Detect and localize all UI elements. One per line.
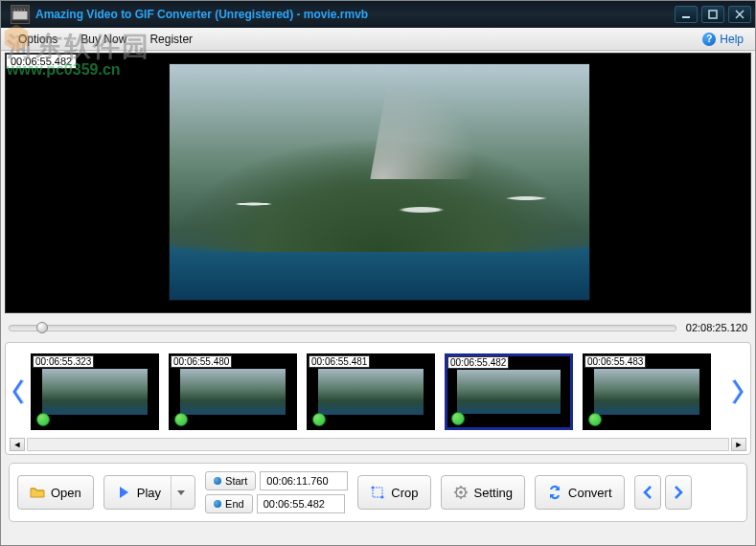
thumbnail-strip: 00:06:55.32300:06:55.48000:06:55.48100:0… bbox=[5, 342, 751, 455]
thumbnail-timestamp: 00:06:55.483 bbox=[584, 355, 646, 368]
svg-line-19 bbox=[456, 488, 458, 489]
seek-thumb[interactable] bbox=[36, 322, 48, 333]
menu-buy-now[interactable]: Buy Now bbox=[69, 33, 138, 46]
svg-point-11 bbox=[372, 487, 375, 489]
check-icon bbox=[174, 413, 188, 426]
crop-button[interactable]: Crop bbox=[357, 475, 430, 510]
menu-register[interactable]: Register bbox=[138, 33, 204, 46]
next-button[interactable] bbox=[665, 475, 692, 510]
duration-label: 02:08:25.120 bbox=[686, 322, 747, 333]
clock-icon bbox=[214, 477, 221, 485]
convert-button[interactable]: Convert bbox=[535, 475, 625, 510]
close-button[interactable] bbox=[728, 6, 751, 23]
crop-label: Crop bbox=[391, 486, 418, 500]
folder-icon bbox=[30, 485, 45, 500]
maximize-button[interactable] bbox=[701, 6, 724, 23]
gear-icon bbox=[453, 485, 469, 500]
svg-point-12 bbox=[381, 496, 384, 499]
video-preview: 00:06:55.482 bbox=[5, 53, 751, 313]
svg-point-14 bbox=[459, 490, 463, 494]
thumbs-scrollbar[interactable]: ◄ ► bbox=[10, 437, 746, 452]
crop-icon bbox=[370, 485, 385, 500]
thumbnail-timestamp: 00:06:55.482 bbox=[447, 356, 509, 369]
range-group: Start 00:06:11.760 End 00:06:55.482 bbox=[205, 471, 348, 513]
play-dropdown-button[interactable] bbox=[171, 476, 191, 509]
thumbnail-timestamp: 00:06:55.481 bbox=[309, 355, 370, 368]
check-icon bbox=[451, 412, 465, 425]
seek-bar: 02:08:25.120 bbox=[9, 317, 747, 338]
start-button[interactable]: Start bbox=[205, 471, 256, 490]
check-icon bbox=[36, 413, 50, 426]
thumbnail[interactable]: 00:06:55.480 bbox=[169, 353, 297, 430]
start-time-field[interactable]: 00:06:11.760 bbox=[260, 471, 348, 490]
check-icon bbox=[588, 413, 602, 426]
thumbnail[interactable]: 00:06:55.483 bbox=[583, 353, 711, 430]
video-frame bbox=[169, 63, 590, 301]
play-button[interactable]: Play bbox=[103, 475, 195, 510]
titlebar: Amazing Video to GIF Converter (Unregist… bbox=[1, 1, 755, 28]
svg-line-22 bbox=[464, 488, 466, 489]
thumbnail[interactable]: 00:06:55.481 bbox=[307, 353, 435, 430]
setting-label: Setting bbox=[474, 486, 513, 500]
thumbs-next-button[interactable] bbox=[729, 363, 746, 421]
convert-icon bbox=[547, 485, 562, 500]
bottom-toolbar: Open Play Start 00:06:11.760 End 00:06:5… bbox=[9, 463, 747, 522]
preview-timecode: 00:06:55.482 bbox=[6, 54, 77, 69]
end-time-field[interactable]: 00:06:55.482 bbox=[257, 494, 345, 513]
menu-help-label: Help bbox=[720, 33, 744, 46]
end-button[interactable]: End bbox=[205, 494, 253, 513]
minimize-button[interactable] bbox=[675, 6, 698, 23]
app-icon bbox=[11, 5, 30, 24]
menu-options[interactable]: Options bbox=[7, 33, 69, 46]
play-label: Play bbox=[137, 486, 161, 500]
svg-line-21 bbox=[456, 496, 458, 498]
open-label: Open bbox=[51, 486, 81, 500]
scroll-right-button[interactable]: ► bbox=[731, 438, 746, 451]
thumbnail-timestamp: 00:06:55.323 bbox=[33, 355, 94, 368]
setting-button[interactable]: Setting bbox=[441, 475, 525, 510]
clock-icon bbox=[214, 500, 221, 508]
thumbnail-timestamp: 00:06:55.480 bbox=[171, 355, 232, 368]
seek-track[interactable] bbox=[9, 325, 676, 331]
convert-label: Convert bbox=[568, 486, 612, 500]
thumbnail[interactable]: 00:06:55.323 bbox=[31, 353, 159, 430]
start-label: Start bbox=[225, 475, 247, 487]
svg-line-20 bbox=[464, 496, 466, 498]
open-button[interactable]: Open bbox=[17, 475, 94, 510]
scroll-left-button[interactable]: ◄ bbox=[10, 438, 25, 451]
svg-rect-10 bbox=[373, 488, 382, 497]
prev-button[interactable] bbox=[634, 475, 661, 510]
end-label: End bbox=[225, 498, 244, 510]
menubar: Options Buy Now Register ? Help bbox=[1, 28, 755, 51]
menu-help[interactable]: ? Help bbox=[697, 33, 749, 46]
svg-rect-7 bbox=[709, 11, 717, 18]
window-title: Amazing Video to GIF Converter (Unregist… bbox=[35, 8, 368, 21]
thumbnail[interactable]: 00:06:55.482 bbox=[445, 353, 573, 430]
help-icon: ? bbox=[702, 33, 716, 46]
play-icon bbox=[116, 485, 131, 500]
check-icon bbox=[312, 413, 326, 426]
thumbs-prev-button[interactable] bbox=[10, 363, 27, 421]
scroll-track[interactable] bbox=[27, 438, 729, 451]
